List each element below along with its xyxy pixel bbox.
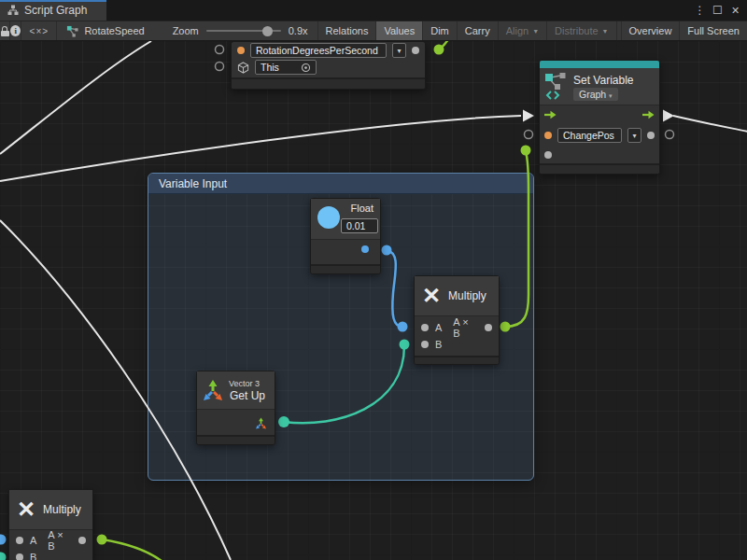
float-value-input[interactable]: 0.01 xyxy=(341,218,378,233)
variable-scope-dropdown[interactable]: Graph ▾ xyxy=(573,88,618,101)
info-button[interactable] xyxy=(10,21,21,40)
script-graph-asset-icon xyxy=(66,25,78,37)
wire-dot[interactable] xyxy=(521,146,531,156)
port-ring[interactable] xyxy=(666,131,674,139)
graph-toolbar: <×> RotateSpeed Zoom 0.9x Relations Valu… xyxy=(0,21,747,41)
zoom-label: Zoom xyxy=(173,25,199,36)
set-variable-icon xyxy=(544,72,569,100)
carry-button[interactable]: Carry xyxy=(458,21,499,40)
node-header[interactable]: Set Variable Graph ▾ xyxy=(540,68,659,105)
tab-script-graph[interactable]: Script Graph xyxy=(0,0,106,21)
port-variable-name[interactable] xyxy=(237,47,245,54)
values-button[interactable]: Values xyxy=(376,21,423,40)
vector3-axes-icon xyxy=(202,379,224,401)
port-output-value[interactable] xyxy=(647,132,655,139)
dropdown-arrow-icon[interactable]: ▾ xyxy=(392,43,406,58)
dropdown-arrow-icon[interactable]: ▾ xyxy=(627,128,641,143)
zoom-value: 0.9x xyxy=(289,25,308,36)
port-b-label: B xyxy=(30,552,36,560)
flow-input-arrow-icon[interactable] xyxy=(544,110,557,119)
node-footer xyxy=(415,356,499,364)
node-multiply[interactable]: ✕ Multiply A A × B B xyxy=(414,275,500,365)
chevron-down-icon: ▼ xyxy=(532,28,539,35)
group-title: Variable Input xyxy=(159,177,227,190)
overview-button[interactable]: Overview xyxy=(622,21,681,40)
wire-dot[interactable] xyxy=(0,553,7,560)
node-accent-bar xyxy=(540,61,659,68)
node-header[interactable]: ✕ Multiply xyxy=(415,276,499,316)
variable-name-dropdown[interactable]: RotationDegreesPerSecond xyxy=(250,43,387,58)
port-b-input[interactable] xyxy=(421,341,429,348)
distribute-dropdown[interactable]: Distribute ▼ xyxy=(547,21,616,40)
port-result-output[interactable] xyxy=(78,537,86,544)
chevron-down-icon: ▼ xyxy=(602,28,609,35)
zoom-control: Zoom 0.9x xyxy=(152,21,317,40)
lock-icon xyxy=(1,26,9,36)
port-new-value[interactable] xyxy=(544,132,552,139)
port-b-label: B xyxy=(435,339,442,350)
wire-dot[interactable] xyxy=(97,535,107,545)
port-a-label: A xyxy=(30,535,36,546)
window-close-icon[interactable]: ✕ xyxy=(727,5,743,17)
window-maximize-icon[interactable]: ☐ xyxy=(710,4,726,17)
port-a-input[interactable] xyxy=(421,324,429,331)
window-menu-icon[interactable]: ⋮ xyxy=(692,4,708,17)
tab-active-highlight xyxy=(0,0,106,2)
zoom-slider[interactable] xyxy=(206,30,281,32)
gameobject-cube-icon xyxy=(237,62,249,74)
zoom-slider-handle[interactable] xyxy=(262,26,273,36)
node-header[interactable]: Float 0.01 xyxy=(311,199,380,240)
align-dropdown[interactable]: Align ▼ xyxy=(499,21,547,40)
wire-dot[interactable] xyxy=(0,535,7,545)
graph-canvas[interactable]: Variable Input xyxy=(0,41,747,560)
node-title: Set Variable xyxy=(573,74,633,87)
dim-button[interactable]: Dim xyxy=(423,21,458,40)
port-input-extra[interactable] xyxy=(544,151,552,159)
target-object-field[interactable]: This xyxy=(255,60,317,75)
target-object-value: This xyxy=(261,61,279,74)
graph-breadcrumb[interactable]: RotateSpeed xyxy=(57,21,151,40)
node-set-variable[interactable]: Set Variable Graph ▾ ChangePos xyxy=(539,60,660,175)
group-header[interactable]: Variable Input xyxy=(148,174,533,194)
node-vector3-get-up[interactable]: Vector 3 Get Up xyxy=(196,371,275,445)
wire-arrowhead-out xyxy=(663,110,674,122)
graph-name-label: RotateSpeed xyxy=(84,25,144,36)
port-ring[interactable] xyxy=(525,131,533,139)
node-get-variable[interactable]: RotationDegreesPerSecond ▾ This xyxy=(231,41,426,90)
port-b-input[interactable] xyxy=(16,553,23,560)
wire-white-out-right xyxy=(673,116,747,132)
node-multiply-2[interactable]: ✕ Multiply A A × B B xyxy=(8,489,93,560)
node-header[interactable]: Vector 3 Get Up xyxy=(197,371,275,410)
node-footer xyxy=(232,77,425,89)
multiply-icon: ✕ xyxy=(17,498,35,521)
port-ring[interactable] xyxy=(216,46,224,54)
wire-white-upleft xyxy=(0,41,151,154)
flow-output-arrow-icon[interactable] xyxy=(642,110,655,119)
port-ring[interactable] xyxy=(216,63,224,71)
vector3-port-icon xyxy=(255,417,267,429)
port-a-input[interactable] xyxy=(16,537,23,544)
node-float-literal[interactable]: Float 0.01 xyxy=(310,198,381,274)
wire-white-to-set-variable xyxy=(0,116,521,181)
object-picker-icon[interactable] xyxy=(301,63,311,73)
full-screen-button[interactable]: Full Screen xyxy=(680,21,747,40)
node-title: Multiply xyxy=(448,289,486,302)
node-title: Float xyxy=(351,203,374,214)
float-type-icon xyxy=(317,206,340,229)
node-footer xyxy=(311,264,380,273)
node-header[interactable]: ✕ Multiply xyxy=(9,490,92,530)
wire-dot[interactable] xyxy=(434,45,444,55)
window-controls: ⋮ ☐ ✕ xyxy=(692,0,747,21)
code-icon: <×> xyxy=(30,26,49,36)
variable-name-field[interactable]: ChangePos xyxy=(557,128,622,143)
port-float-output[interactable] xyxy=(361,245,369,253)
lock-button[interactable] xyxy=(0,21,10,40)
port-result-output[interactable] xyxy=(485,324,492,331)
wire-get-variable-out xyxy=(439,41,448,49)
node-footer xyxy=(197,435,275,444)
relations-button[interactable]: Relations xyxy=(318,21,377,40)
port-vector3-output[interactable] xyxy=(255,416,267,433)
wire-multiply2-out xyxy=(102,539,162,560)
port-value-output[interactable] xyxy=(412,47,419,54)
code-view-button[interactable]: <×> xyxy=(21,21,57,40)
